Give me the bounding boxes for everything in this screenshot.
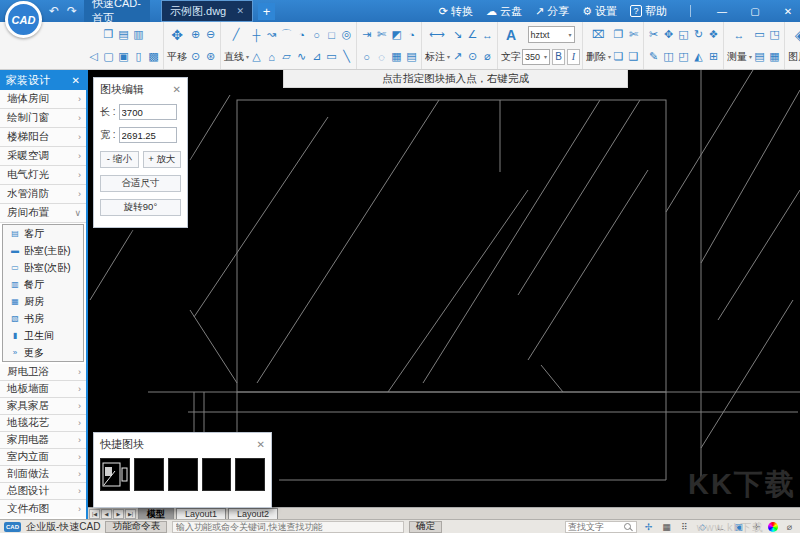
tab-home[interactable]: 快速CAD-首页 xyxy=(84,0,150,22)
block-thumbnail-2[interactable] xyxy=(134,458,164,491)
copy-object-icon[interactable]: ◫ xyxy=(661,48,676,66)
sidebar-item-doors[interactable]: 绘制门窗› xyxy=(0,109,86,128)
copy-icon[interactable]: ❐ xyxy=(611,26,626,44)
find-text-input[interactable] xyxy=(568,522,624,532)
room-item-master-bedroom[interactable]: ▬卧室(主卧) xyxy=(3,242,83,259)
sidebar-item-file-layout[interactable]: 文件布图› xyxy=(0,500,86,517)
tab-close-icon[interactable]: ✕ xyxy=(236,6,244,16)
sidebar-item-room-layout[interactable]: 房间布置∨ xyxy=(0,204,86,223)
angle-dim-icon[interactable]: ∠ xyxy=(465,26,480,44)
app-logo[interactable]: CAD xyxy=(5,1,42,38)
ok-button[interactable]: 确定 xyxy=(409,521,442,533)
zoom-in-icon[interactable]: ⊕ xyxy=(188,26,203,44)
offset-icon[interactable]: ⇥ xyxy=(359,26,374,44)
length-input[interactable] xyxy=(119,104,177,120)
delete-label[interactable]: 删除 xyxy=(585,50,607,64)
point-icon[interactable]: ┼ xyxy=(249,26,264,44)
tab-drawing-active[interactable]: 示例图.dwg ✕ xyxy=(161,0,253,22)
table-icon[interactable]: ▦ xyxy=(767,48,782,66)
command-search-input[interactable] xyxy=(172,521,404,533)
circle-copy-icon[interactable]: ○ xyxy=(359,48,374,66)
text-size-select[interactable]: 350▾ xyxy=(522,49,550,65)
width-input[interactable] xyxy=(119,127,177,143)
sidebar-item-flooring[interactable]: 地板墙面› xyxy=(0,381,86,398)
redo-icon[interactable]: ↷ xyxy=(64,3,80,19)
layer-label[interactable]: 图层 xyxy=(787,50,800,64)
measure-icon[interactable]: ↔ xyxy=(732,26,747,44)
block-editor-close-icon[interactable]: ✕ xyxy=(173,84,181,95)
spline-icon[interactable]: ∿ xyxy=(294,48,309,66)
share-button[interactable]: ↗ 分享 xyxy=(535,4,569,19)
italic-button[interactable]: I xyxy=(567,49,580,65)
close-window-icon[interactable]: ✕ xyxy=(780,6,796,17)
chamfer-icon[interactable]: ◩ xyxy=(389,26,404,44)
fillet-icon[interactable]: ◔ xyxy=(404,26,419,44)
color-ball-icon[interactable] xyxy=(768,522,778,532)
grid-icon[interactable]: ▦ xyxy=(660,522,673,532)
rotate-90-button[interactable]: 旋转90° xyxy=(100,199,181,216)
sidebar-item-electric[interactable]: 电气灯光› xyxy=(0,166,86,185)
room-item-bathroom[interactable]: ▮卫生间 xyxy=(3,327,83,344)
zoom-out-icon[interactable]: ⊖ xyxy=(203,26,218,44)
raster-icon[interactable]: ▤ xyxy=(752,48,767,66)
tab-last-icon[interactable]: ▶| xyxy=(125,509,136,519)
maximize-icon[interactable]: ▢ xyxy=(747,6,763,17)
move-icon[interactable]: ✥ xyxy=(661,26,676,44)
export-pdf-icon[interactable]: ▯ xyxy=(131,48,146,66)
command-table-button[interactable]: 功能命令表 xyxy=(105,521,167,533)
block-thumbnail-3[interactable] xyxy=(168,458,198,491)
arc-icon[interactable]: ⌒ xyxy=(279,26,294,44)
right-triangle-icon[interactable]: ⊿ xyxy=(309,48,324,66)
lineweight-toggle-icon[interactable]: ⌀ xyxy=(783,522,796,532)
tab-layout1[interactable]: Layout1 xyxy=(176,508,226,519)
settings-button[interactable]: ⚙ 设置 xyxy=(582,4,617,19)
polar-tracking-icon[interactable]: ✢ xyxy=(642,522,655,532)
minimize-icon[interactable]: — xyxy=(714,6,730,17)
text-icon[interactable]: A xyxy=(504,26,519,44)
sidebar-item-elevation[interactable]: 室内立面› xyxy=(0,449,86,466)
font-select[interactable]: hztxt▾ xyxy=(528,26,575,43)
leader-icon[interactable]: ↗ xyxy=(450,48,465,66)
zoom-extents-icon[interactable]: ⊛ xyxy=(203,48,218,66)
block-thumbnail-4[interactable] xyxy=(202,458,232,491)
block-editor-titlebar[interactable]: 图块编辑 ✕ xyxy=(100,82,181,97)
room-item-dining[interactable]: ▥餐厅 xyxy=(3,276,83,293)
convert-button[interactable]: ⟳ 转换 xyxy=(439,4,473,19)
scissors-icon[interactable]: ✂ xyxy=(646,26,661,44)
room-item-study[interactable]: ▧书房 xyxy=(3,310,83,327)
sidebar-close-icon[interactable]: ✕ xyxy=(72,75,80,86)
save-icon[interactable]: ▤ xyxy=(116,26,131,44)
tab-layout2[interactable]: Layout2 xyxy=(228,508,278,519)
room-item-more[interactable]: »更多 xyxy=(3,344,83,361)
line-label[interactable]: 直线 xyxy=(223,50,245,64)
aligned-dim-icon[interactable]: ↘ xyxy=(450,26,465,44)
layers-icon[interactable]: ◈ xyxy=(793,26,800,44)
rect2-icon[interactable]: ▭ xyxy=(324,48,339,66)
parallelogram-icon[interactable]: ▱ xyxy=(279,48,294,66)
tab-first-icon[interactable]: |◀ xyxy=(89,509,100,519)
measure-label[interactable]: 测量 xyxy=(726,50,748,64)
line-icon[interactable]: ╱ xyxy=(229,26,244,44)
block-thumbnail-5[interactable] xyxy=(235,458,265,491)
sidebar-item-stairs[interactable]: 楼梯阳台› xyxy=(0,128,86,147)
dashed-circle-icon[interactable]: ◌ xyxy=(374,48,389,66)
text-label[interactable]: 文字 xyxy=(500,50,522,64)
zoom-window-icon[interactable]: ⊙ xyxy=(188,48,203,66)
room-item-second-bedroom[interactable]: ▭卧室(次卧) xyxy=(3,259,83,276)
sidebar-item-walls[interactable]: 墙体房间› xyxy=(0,90,86,109)
scale-icon[interactable]: ◱ xyxy=(676,26,691,44)
sidebar-item-hvac[interactable]: 采暖空调› xyxy=(0,147,86,166)
rectangle-icon[interactable]: □ xyxy=(324,26,339,44)
snap-grid-icon[interactable]: ⠿ xyxy=(678,522,691,532)
sidebar-item-carpet[interactable]: 地毯花艺› xyxy=(0,415,86,432)
pan-label[interactable]: 平移 xyxy=(166,50,188,64)
cut-icon[interactable]: ✄ xyxy=(626,26,641,44)
new-tab-button[interactable]: + xyxy=(258,3,275,20)
ellipse-arc-icon[interactable]: ◔ xyxy=(294,26,309,44)
radius-dim-icon[interactable]: ⊙ xyxy=(465,48,480,66)
undo-icon[interactable]: ↶ xyxy=(46,3,62,19)
tab-next-icon[interactable]: ▶ xyxy=(113,509,124,519)
group-icon[interactable]: ❖ xyxy=(706,26,721,44)
sidebar-item-appliances[interactable]: 家用电器› xyxy=(0,432,86,449)
dimension-icon[interactable]: ⟷ xyxy=(430,26,445,44)
